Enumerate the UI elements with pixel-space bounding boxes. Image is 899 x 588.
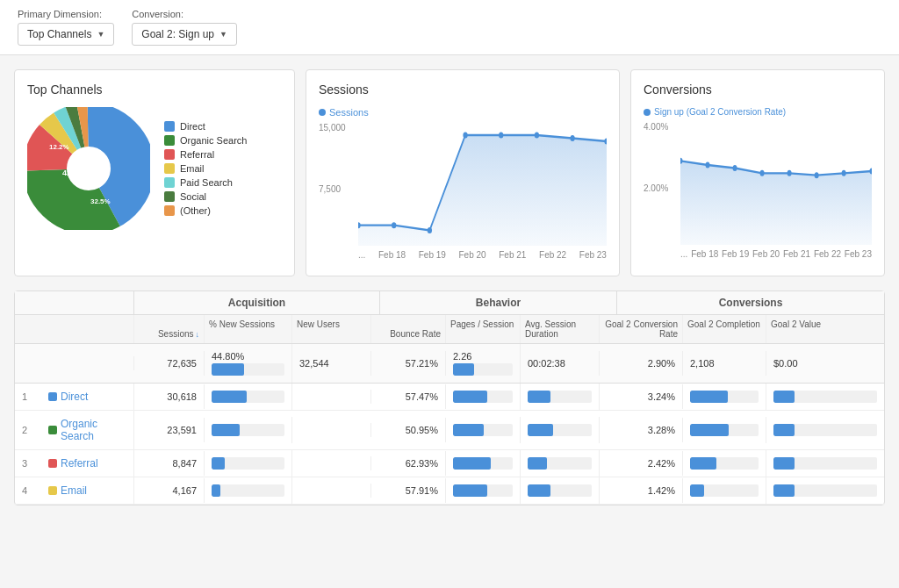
totals-pctnew-bar [212,363,284,376]
legend-item-paid: Paid Search [164,177,247,188]
svg-point-22 [733,165,737,171]
totals-goal2conv: 2.90% [600,351,683,376]
row-avgsession [521,417,600,443]
acquisition-header: Acquisition [134,291,380,314]
col-pctnew-header[interactable]: % New Sessions [205,315,292,343]
svg-point-24 [788,170,792,176]
legend-item-referral: Referral [164,149,247,160]
svg-point-14 [463,133,467,139]
row-avgsession [521,384,600,410]
sort-arrow-icon: ↓ [196,330,200,339]
conversions-svg [680,122,872,245]
top-channels-title: Top Channels [27,82,282,97]
legend-item-organic: Organic Search [164,135,247,146]
totals-rank [15,356,41,370]
svg-marker-10 [358,135,607,246]
chevron-down-icon: ▼ [219,30,227,39]
table-row: 4 Email 4,167 57.91% 1.42% [15,477,884,505]
totals-avgsession: 00:02:38 [521,351,600,376]
row-pctnew [205,384,292,410]
svg-text:12.2%: 12.2% [49,143,69,151]
row-goal2val [766,450,884,477]
row-goal2comp [683,384,766,410]
row-bounce: 50.95% [371,418,446,442]
channel-link[interactable]: Referral [48,457,126,470]
row-goal2val [766,384,884,410]
chevron-down-icon: ▼ [97,30,104,39]
totals-sessions: 72,635 [134,351,205,376]
pie-content: 42.2% 32.5% 12.2% Direct Organic Search [27,107,282,230]
behavior-header: Behavior [380,291,617,314]
totals-goal2val: $0.00 [766,351,884,376]
row-rank: 4 [15,478,41,503]
channel-link[interactable]: Email [48,484,126,497]
table-row: 1 Direct 30,618 57.47% 3.24% [15,384,884,411]
sessions-card: Sessions Sessions 15,000 7,500 [306,69,620,276]
sessions-y-axis: 15,000 7,500 [319,123,346,246]
channel-dot [48,486,57,495]
referral-color [164,149,175,160]
top-bar: Primary Dimension: Top Channels ▼ Conver… [0,0,899,55]
conversions-chart-area: 4.00% 2.00% [644,122,872,262]
row-bounce: 62.93% [371,451,446,476]
channel-dot [48,426,57,434]
row-rank: 1 [15,384,41,409]
channel-link[interactable]: Direct [48,391,126,403]
channel-dot [48,392,57,401]
col-sessions-header[interactable]: Sessions ↓ [134,315,205,343]
legend-item-email: Email [164,163,247,174]
totals-pctnew-bar-fill [212,363,244,376]
conversions-x-axis: ... Feb 18 Feb 19 Feb 20 Feb 21 Feb 22 F… [680,247,872,259]
svg-point-21 [706,162,710,169]
row-avgsession [521,477,600,504]
row-pctnew [205,450,292,477]
col-avgsession-header[interactable]: Avg. Session Duration [521,315,600,343]
main-content: Top Channels [0,55,899,520]
conversion-dropdown[interactable]: Goal 2: Sign up ▼ [132,23,237,46]
col-bounce-header[interactable]: Bounce Rate [371,315,446,343]
col-newusers-header[interactable]: New Users [292,315,371,343]
svg-text:32.5%: 32.5% [90,197,111,205]
primary-dimension-dropdown[interactable]: Top Channels ▼ [18,23,114,46]
conversions-title: Conversions [644,82,872,97]
totals-pages: 2.26 [446,344,521,383]
col-pages-header[interactable]: Pages / Session [446,315,521,343]
channel-link[interactable]: Organic Search [48,418,126,442]
primary-dimension-label: Primary Dimension: [18,9,114,19]
row-rank: 2 [15,418,41,442]
col-goal2comp-header[interactable]: Goal 2 Completion [683,315,766,343]
svg-point-12 [392,222,396,228]
totals-pctnew: 44.80% [205,344,292,383]
row-goal2conv: 1.42% [600,478,683,503]
totals-newusers: 32,544 [292,351,371,376]
sessions-svg [358,123,607,246]
data-rows-container: 1 Direct 30,618 57.47% 3.24% 2 [15,384,884,505]
svg-point-13 [428,227,432,233]
col-goal2val-header[interactable]: Goal 2 Value [766,315,884,343]
charts-row: Top Channels [14,69,885,276]
conversions-legend: Sign up (Goal 2 Conversion Rate) [644,107,872,117]
svg-point-15 [499,133,503,139]
row-goal2comp [683,477,766,504]
sessions-chart-area: 15,000 7,500 [319,123,607,263]
sessions-legend-dot [319,109,326,116]
totals-pages-bar [453,363,513,376]
social-color [164,191,175,202]
row-pctnew [205,477,292,504]
row-rank: 3 [15,451,41,476]
row-newusers [292,484,371,498]
conversions-header: Conversions [617,291,884,314]
row-sessions: 30,618 [134,384,205,409]
row-goal2val [766,477,884,504]
row-avgsession [521,450,600,477]
conversions-card: Conversions Sign up (Goal 2 Conversion R… [630,69,885,276]
svg-text:42.2%: 42.2% [62,169,85,177]
section-headers: Acquisition Behavior Conversions [15,291,884,315]
col-goal2conv-header[interactable]: Goal 2 Conversion Rate [600,315,683,343]
row-channel: Organic Search [41,411,134,449]
conversions-legend-dot [644,109,651,116]
row-channel: Referral [41,450,134,477]
row-goal2conv: 3.24% [600,384,683,409]
organic-color [164,135,175,146]
primary-dimension-group: Primary Dimension: Top Channels ▼ [18,9,114,46]
